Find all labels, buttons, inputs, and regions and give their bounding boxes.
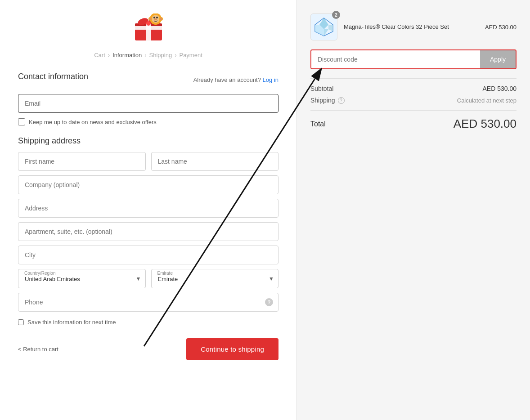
phone-field[interactable]: [18, 293, 278, 312]
total-amount: AED 530.00: [454, 117, 517, 131]
email-field[interactable]: [18, 94, 278, 113]
apt-field[interactable]: [18, 222, 278, 241]
total-label: Total: [310, 120, 326, 128]
product-info: Magna-Tiles® Clear Colors 32 Piece Set: [344, 23, 479, 31]
save-info-label[interactable]: Save this information for next time: [27, 319, 116, 326]
breadcrumb-sep-2: ›: [144, 52, 146, 58]
discount-row: Apply: [310, 49, 517, 69]
first-name-field[interactable]: [18, 152, 146, 171]
log-in-link[interactable]: Log in: [263, 76, 278, 83]
breadcrumb-shipping[interactable]: Shipping: [149, 52, 172, 58]
svg-point-15: [160, 18, 162, 20]
subtotal-label: Subtotal: [310, 85, 333, 92]
shipping-row: Shipping ? Calculated at next step: [310, 97, 517, 104]
company-field[interactable]: [18, 175, 278, 194]
subtotal-value: AED 530.00: [483, 85, 517, 92]
shipping-help-icon[interactable]: ?: [338, 97, 345, 104]
login-prompt: Already have an account? Log in: [193, 76, 278, 83]
breadcrumb-sep-3: ›: [175, 52, 176, 58]
company-group: [18, 175, 278, 194]
contact-header: Contact information Already have an acco…: [18, 72, 278, 88]
last-name-field[interactable]: [151, 152, 279, 171]
newsletter-checkbox[interactable]: [18, 118, 25, 125]
product-row: 2 Magna-Tiles® Clear Colors 32 Piece Set…: [310, 13, 517, 40]
city-field[interactable]: [18, 246, 278, 264]
contact-section-title: Contact information: [18, 72, 88, 81]
save-info-row: Save this information for next time: [18, 319, 278, 326]
breadcrumb-cart[interactable]: Cart: [94, 52, 105, 58]
svg-point-11: [154, 18, 157, 20]
return-to-cart-link[interactable]: < Return to cart: [18, 346, 58, 353]
logo-area: [18, 13, 278, 43]
svg-point-6: [146, 21, 151, 26]
newsletter-row: Keep me up to date on news and exclusive…: [18, 118, 278, 125]
emirate-wrapper: Emirate Emirate ▼: [151, 269, 279, 288]
logo: [130, 13, 166, 43]
product-quantity-badge: 2: [332, 11, 340, 19]
save-info-checkbox[interactable]: [18, 319, 24, 325]
svg-point-9: [153, 17, 155, 18]
discount-code-input[interactable]: [311, 50, 480, 68]
name-row: [18, 152, 278, 171]
email-group: [18, 94, 278, 113]
shipping-value: Calculated at next step: [457, 97, 517, 104]
phone-help-icon[interactable]: ?: [265, 298, 273, 306]
footer-buttons: < Return to cart Continue to shipping: [18, 338, 278, 360]
city-group: [18, 246, 278, 264]
address-group: [18, 199, 278, 218]
svg-point-13: [149, 18, 151, 20]
country-select[interactable]: United Arab Emirates: [18, 269, 146, 288]
svg-rect-2: [146, 23, 151, 40]
breadcrumb-sep-1: ›: [108, 52, 110, 58]
apt-group: [18, 222, 278, 241]
phone-group: ?: [18, 293, 278, 312]
shipping-section-title: Shipping address: [18, 136, 278, 146]
shipping-section: Shipping address: [18, 136, 278, 312]
product-image-wrap: 2: [310, 13, 337, 40]
continue-to-shipping-button[interactable]: Continue to shipping: [186, 338, 278, 360]
breadcrumb-payment[interactable]: Payment: [179, 52, 202, 58]
emirate-select[interactable]: Emirate: [151, 269, 279, 288]
product-price: AED 530.00: [485, 24, 517, 31]
breadcrumb: Cart › Information › Shipping › Payment: [18, 52, 278, 58]
total-row: Total AED 530.00: [310, 110, 517, 131]
country-wrapper: Country/Region United Arab Emirates ▼: [18, 269, 146, 288]
apply-discount-button[interactable]: Apply: [480, 50, 516, 68]
svg-point-10: [156, 17, 158, 18]
country-emirate-row: Country/Region United Arab Emirates ▼ Em…: [18, 269, 278, 288]
breadcrumb-information: Information: [112, 52, 142, 58]
newsletter-label[interactable]: Keep me up to date on news and exclusive…: [29, 119, 157, 125]
svg-rect-3: [135, 26, 162, 30]
shipping-label: Shipping ?: [310, 97, 345, 104]
subtotal-row: Subtotal AED 530.00: [310, 85, 517, 92]
left-panel: Cart › Information › Shipping › Payment …: [0, 0, 297, 420]
order-summary: Subtotal AED 530.00 Shipping ? Calculate…: [310, 78, 517, 131]
product-name: Magna-Tiles® Clear Colors 32 Piece Set: [344, 23, 479, 31]
address-field[interactable]: [18, 199, 278, 218]
right-panel: 2 Magna-Tiles® Clear Colors 32 Piece Set…: [297, 0, 530, 420]
